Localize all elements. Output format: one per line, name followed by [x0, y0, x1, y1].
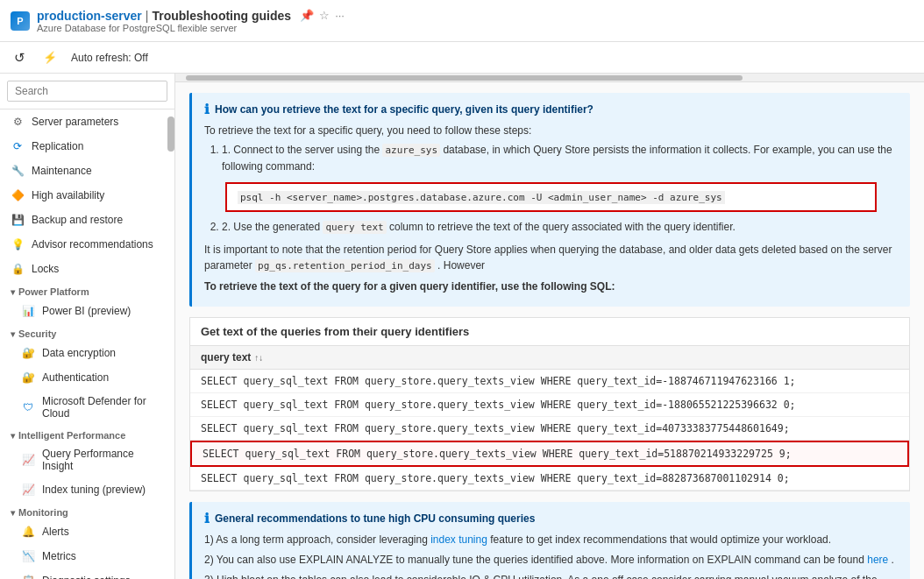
- sidebar-item-alerts[interactable]: 🔔 Alerts: [0, 519, 174, 544]
- sidebar-item-backup-restore[interactable]: 💾 Backup and restore: [0, 208, 174, 232]
- section-label: Intelligent Performance: [18, 430, 125, 441]
- sidebar-item-maintenance[interactable]: 🔧 Maintenance: [0, 159, 174, 183]
- sidebar-item-query-performance[interactable]: 📈 Query Performance Insight: [0, 442, 174, 477]
- connect-button[interactable]: ⚡: [39, 49, 60, 66]
- star-icon[interactable]: ☆: [319, 9, 330, 22]
- query-table: Get text of the queries from their query…: [189, 317, 910, 491]
- sidebar-item-metrics[interactable]: 📉 Metrics: [0, 544, 174, 568]
- topbar-server-title: production-server: [37, 9, 142, 23]
- main-content: ℹ How can you retrieve the text for a sp…: [175, 74, 924, 579]
- gear-icon: ⚙: [11, 115, 25, 129]
- refresh-button[interactable]: ↺: [11, 48, 29, 67]
- sidebar-item-label: Backup and restore: [32, 214, 123, 226]
- sidebar-item-advisor[interactable]: 💡 Advisor recommendations: [0, 232, 174, 257]
- topbar-meta: production-server | Troubleshooting guid…: [37, 9, 345, 33]
- info-step1: 1. Connect to the server using the azure…: [222, 142, 898, 175]
- more-icon[interactable]: ···: [335, 9, 345, 22]
- refresh-icon: ↺: [14, 50, 25, 66]
- sidebar-item-label: Alerts: [42, 526, 69, 538]
- table-row[interactable]: SELECT query_sql_text FROM query_store.q…: [190, 393, 909, 417]
- diagnostic-icon: 📋: [21, 574, 35, 579]
- topbar: P production-server | Troubleshooting gu…: [0, 0, 924, 42]
- ha-icon: 🔶: [11, 188, 25, 202]
- toolbar: ↺ ⚡ Auto refresh: Off: [0, 42, 924, 74]
- table-row-highlighted[interactable]: SELECT query_sql_text FROM query_store.q…: [190, 441, 909, 467]
- info-para1: To retrieve the text for a specific quer…: [204, 123, 898, 138]
- info-question-text: How can you retrieve the text for a spec…: [215, 103, 593, 116]
- general-item-3: 3) High bloat on the tables can also lea…: [204, 572, 898, 579]
- info-box-query: ℹ How can you retrieve the text for a sp…: [189, 93, 910, 307]
- sidebar-item-high-availability[interactable]: 🔶 High availability: [0, 183, 174, 208]
- sidebar-item-label: High availability: [32, 189, 104, 201]
- chevron-down-icon: ▾: [11, 287, 15, 297]
- sidebar-item-label: Power BI (preview): [42, 305, 131, 317]
- info-step2: 2. Use the generated query text column t…: [222, 219, 898, 236]
- sidebar-section-security[interactable]: ▾ Security: [0, 323, 174, 341]
- backup-icon: 💾: [11, 213, 25, 227]
- sidebar-item-index-tuning[interactable]: 📈 Index tuning (preview): [0, 477, 174, 502]
- sidebar-section-intelligent-performance[interactable]: ▾ Intelligent Performance: [0, 425, 174, 442]
- sidebar-item-label: Microsoft Defender for Cloud: [42, 395, 164, 420]
- search-input[interactable]: [7, 81, 167, 102]
- topbar-subtitle2: Azure Database for PostgreSQL flexible s…: [37, 23, 345, 33]
- psql-command-box: psql -h <server_name>.postgres.database.…: [225, 182, 877, 212]
- table-row[interactable]: SELECT query_sql_text FROM query_store.q…: [190, 417, 909, 441]
- sidebar-item-label: Maintenance: [32, 165, 92, 177]
- sidebar-item-power-bi[interactable]: 📊 Power BI (preview): [0, 299, 174, 323]
- section-label: Power Platform: [18, 286, 89, 297]
- info-icon: ℹ: [204, 102, 210, 117]
- sidebar-item-label: Index tuning (preview): [42, 484, 146, 496]
- sort-icon[interactable]: ↑↓: [254, 353, 263, 363]
- info-title: ℹ How can you retrieve the text for a sp…: [204, 102, 898, 117]
- sidebar-item-label: Replication: [32, 140, 83, 152]
- sidebar-item-replication[interactable]: ⟳ Replication: [0, 134, 174, 159]
- authentication-icon: 🔐: [21, 371, 35, 385]
- table-row[interactable]: SELECT query_sql_text FROM query_store.q…: [190, 467, 909, 491]
- advisor-icon: 💡: [11, 237, 25, 251]
- data-encryption-icon: 🔐: [21, 346, 35, 360]
- sidebar-item-server-parameters[interactable]: ⚙ Server parameters: [0, 109, 174, 134]
- general-info-icon: ℹ: [204, 511, 210, 526]
- index-tuning-link[interactable]: index tuning: [430, 533, 487, 546]
- sidebar-item-label: Advisor recommendations: [32, 238, 153, 251]
- sidebar-item-label: Data encryption: [42, 347, 116, 359]
- psql-command: psql -h <server_name>.postgres.database.…: [238, 191, 725, 204]
- connect-icon: ⚡: [43, 51, 57, 64]
- maintenance-icon: 🔧: [11, 164, 25, 178]
- content-area: ℹ How can you retrieve the text for a sp…: [175, 82, 924, 579]
- chevron-down-icon: ▾: [11, 329, 15, 339]
- replication-icon: ⟳: [11, 139, 25, 153]
- sidebar-item-authentication[interactable]: 🔐 Authentication: [0, 365, 174, 390]
- query-text-header: query text: [201, 351, 251, 364]
- pin-icon[interactable]: 📌: [300, 9, 314, 22]
- sidebar-search-container: [0, 74, 174, 109]
- table-row[interactable]: SELECT query_sql_text FROM query_store.q…: [190, 370, 909, 393]
- section-label: Security: [18, 328, 56, 339]
- sidebar-item-diagnostic-settings[interactable]: 📋 Diagnostic settings: [0, 568, 174, 579]
- topbar-separator: |: [146, 9, 149, 23]
- auto-refresh-label: Auto refresh: Off: [71, 52, 148, 64]
- chevron-down-icon: ▾: [11, 431, 15, 441]
- sidebar-item-data-encryption[interactable]: 🔐 Data encryption: [0, 341, 174, 365]
- sidebar-item-label: Query Performance Insight: [42, 448, 164, 472]
- sidebar-item-label: Metrics: [42, 550, 76, 562]
- general-title: ℹ General recommendations to tune high C…: [204, 511, 898, 526]
- query-text-code: query text: [323, 221, 386, 234]
- sidebar-item-microsoft-defender[interactable]: 🛡 Microsoft Defender for Cloud: [0, 390, 174, 425]
- sidebar-item-label: Locks: [32, 263, 59, 275]
- query-perf-icon: 📈: [21, 453, 35, 467]
- powerbi-icon: 📊: [21, 304, 35, 318]
- chevron-down-icon: ▾: [11, 508, 15, 518]
- general-item-2: 2) You can also use EXPLAIN ANALYZE to m…: [204, 552, 898, 568]
- general-recommendations-box: ℹ General recommendations to tune high C…: [189, 502, 910, 579]
- index-tuning-icon: 📈: [21, 483, 35, 497]
- sidebar: ⚙ Server parameters ⟳ Replication 🔧 Main…: [0, 74, 175, 579]
- info-bold-text: To retrieve the text of the query for a …: [204, 279, 898, 294]
- defender-icon: 🛡: [21, 400, 35, 414]
- metrics-icon: 📉: [21, 549, 35, 563]
- lock-icon: 🔒: [11, 262, 25, 276]
- here-link[interactable]: here: [867, 554, 888, 566]
- sidebar-section-monitoring[interactable]: ▾ Monitoring: [0, 502, 174, 519]
- sidebar-item-locks[interactable]: 🔒 Locks: [0, 257, 174, 281]
- sidebar-section-power-platform[interactable]: ▾ Power Platform: [0, 281, 174, 299]
